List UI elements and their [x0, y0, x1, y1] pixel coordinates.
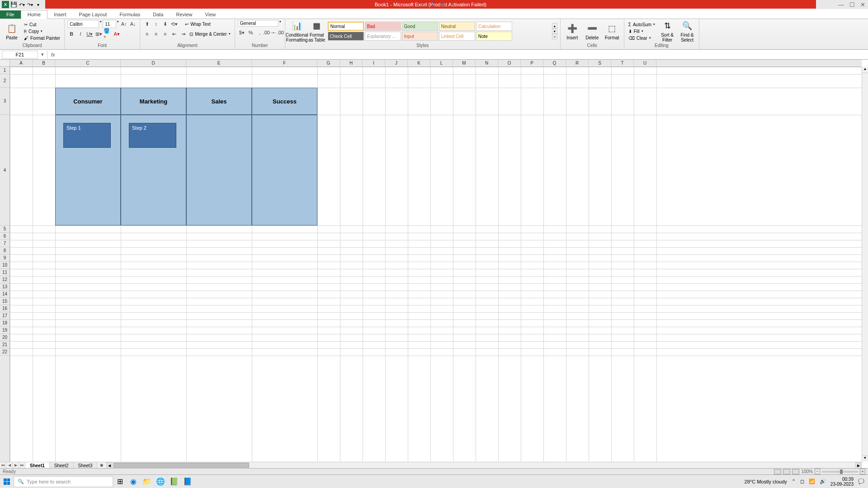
group-number: ▾ $▾ % , .00→ ←.00 Number	[235, 19, 285, 49]
fill-button[interactable]: ⬇Fill▾	[627, 28, 656, 34]
help-controls: △ ? ⧉ ✕	[421, 1, 457, 8]
style-bad[interactable]: Bad	[365, 22, 401, 31]
style-input[interactable]: Input	[402, 32, 438, 41]
qat-customize-icon[interactable]: ▾	[34, 1, 42, 8]
style-normal[interactable]: Normal	[328, 22, 364, 31]
cells-label: Cells	[563, 42, 621, 48]
align-left-button[interactable]: ≡	[143, 30, 151, 38]
quick-access-toolbar: X 💾 ↶▾ ↷▾ ▾	[0, 1, 43, 8]
group-cells: ➕Insert ➖Delete ⬚Format Cells	[561, 19, 624, 49]
tab-data[interactable]: Data	[146, 10, 170, 19]
copy-icon: ⎘	[24, 29, 27, 34]
align-right-button[interactable]: ≡	[161, 30, 169, 38]
insert-cells-button[interactable]: ➕Insert	[563, 23, 581, 40]
ribbon: 📋 Paste ✂Cut ⎘Copy▾ 🖌Format Painter Clip…	[0, 19, 868, 50]
number-format-select[interactable]	[238, 20, 278, 27]
gallery-more-button[interactable]: ≡	[552, 34, 557, 39]
help-icon[interactable]: ?	[431, 1, 434, 8]
align-bottom-button[interactable]: ⬇	[161, 20, 169, 28]
format-cells-button[interactable]: ⬚Format	[603, 23, 621, 40]
style-neutral[interactable]: Neutral	[439, 22, 475, 31]
decrease-decimal-button[interactable]: ←.00	[274, 28, 282, 37]
eraser-icon: ⌫	[628, 36, 635, 41]
sort-filter-button[interactable]: ⇅Sort & Filter	[658, 20, 676, 42]
fx-icon[interactable]: fx	[49, 52, 57, 57]
copy-button[interactable]: ⎘Copy▾	[23, 28, 61, 34]
excel-logo-icon: X	[2, 1, 9, 8]
font-label: Font	[67, 42, 137, 48]
align-top-button[interactable]: ⬆	[143, 20, 151, 28]
tab-page-layout[interactable]: Page Layout	[73, 10, 113, 19]
clipboard-label: Clipboard	[3, 42, 61, 48]
underline-button[interactable]: U▾	[85, 30, 94, 38]
close-inner-icon[interactable]: ✕	[449, 1, 454, 8]
style-explanatory[interactable]: Explanatory ...	[365, 32, 401, 41]
merge-center-button[interactable]: ⊡Merge & Center▾	[188, 30, 232, 38]
decrease-indent-button[interactable]: ⇤	[170, 30, 178, 38]
bold-button[interactable]: B	[67, 30, 75, 38]
delete-cells-button[interactable]: ➖Delete	[583, 23, 601, 40]
merge-icon: ⊡	[189, 32, 193, 37]
style-calculation[interactable]: Calculation	[476, 22, 512, 31]
number-label: Number	[238, 42, 282, 48]
undo-button[interactable]: ↶▾	[18, 1, 25, 8]
minimize-ribbon-icon[interactable]: △	[421, 1, 425, 8]
gallery-scroll: ▲ ▼ ≡	[552, 23, 557, 39]
group-font: ▾ ▾ A↑ A↓ B I U▾ ⊞▾ 🪣▾ A▾ Font	[65, 19, 140, 49]
delete-icon: ➖	[586, 23, 598, 34]
style-note[interactable]: Note	[476, 32, 512, 41]
find-icon: 🔍	[681, 20, 693, 32]
maximize-button[interactable]: ☐	[849, 1, 855, 8]
minimize-button[interactable]: —	[838, 1, 844, 8]
file-tab[interactable]: File	[0, 10, 21, 19]
gallery-up-button[interactable]: ▲	[552, 23, 557, 28]
tab-view[interactable]: View	[199, 10, 222, 19]
autosum-button[interactable]: ΣAutoSum▾	[627, 22, 656, 28]
conditional-formatting-button[interactable]: 📊 Conditional Formatting	[288, 20, 306, 42]
sigma-icon: Σ	[628, 22, 631, 27]
font-size-select[interactable]	[103, 20, 116, 28]
wrap-text-button[interactable]: ↩Wrap Text	[184, 20, 212, 28]
format-as-table-button[interactable]: ▦ Format as Table	[308, 20, 326, 42]
paste-button[interactable]: 📋 Paste	[3, 23, 21, 40]
tab-review[interactable]: Review	[170, 10, 198, 19]
font-color-button[interactable]: A▾	[113, 30, 121, 38]
font-name-select[interactable]	[67, 20, 99, 28]
increase-indent-button[interactable]: ⇥	[179, 30, 187, 38]
formula-input[interactable]	[57, 50, 868, 59]
window-controls: — ☐ ✕	[838, 1, 868, 8]
align-center-button[interactable]: ≡	[152, 30, 160, 38]
clear-button[interactable]: ⌫Clear▾	[627, 35, 656, 41]
tab-home[interactable]: Home	[21, 10, 47, 19]
tab-insert[interactable]: Insert	[47, 10, 73, 19]
wrap-icon: ↩	[185, 22, 189, 27]
redo-button[interactable]: ↷▾	[26, 1, 33, 8]
shrink-font-button[interactable]: A↓	[129, 20, 137, 28]
gallery-down-button[interactable]: ▼	[552, 28, 557, 34]
orientation-button[interactable]: ⟲▾	[170, 20, 178, 28]
save-icon[interactable]: 💾	[10, 1, 17, 8]
close-button[interactable]: ✕	[860, 1, 865, 8]
alignment-label: Alignment	[143, 42, 232, 48]
percent-button[interactable]: %	[247, 28, 255, 37]
name-box-dropdown[interactable]: ▾	[40, 52, 45, 57]
name-box[interactable]: F21	[2, 51, 38, 59]
italic-button[interactable]: I	[76, 30, 85, 38]
style-linked-cell[interactable]: Linked Cell	[439, 32, 475, 41]
borders-button[interactable]: ⊞▾	[94, 30, 103, 38]
style-good[interactable]: Good	[402, 22, 438, 31]
grow-font-button[interactable]: A↑	[120, 20, 128, 28]
divider	[47, 51, 47, 59]
format-painter-button[interactable]: 🖌Format Painter	[23, 35, 61, 41]
cut-button[interactable]: ✂Cut	[23, 22, 61, 28]
ribbon-tabs: File Home Insert Page Layout Formulas Da…	[0, 9, 868, 19]
currency-button[interactable]: $▾	[238, 28, 246, 37]
find-select-button[interactable]: 🔍Find & Select	[678, 20, 696, 42]
cond-fmt-icon: 📊	[291, 20, 303, 32]
restore-window-icon[interactable]: ⧉	[440, 1, 444, 8]
cell-styles-gallery[interactable]: Normal Bad Good Neutral Calculation Chec…	[328, 22, 549, 41]
style-check-cell[interactable]: Check Cell	[328, 32, 364, 41]
tab-formulas[interactable]: Formulas	[113, 10, 146, 19]
fill-color-button[interactable]: 🪣▾	[104, 30, 112, 38]
align-middle-button[interactable]: ↕	[152, 20, 160, 28]
